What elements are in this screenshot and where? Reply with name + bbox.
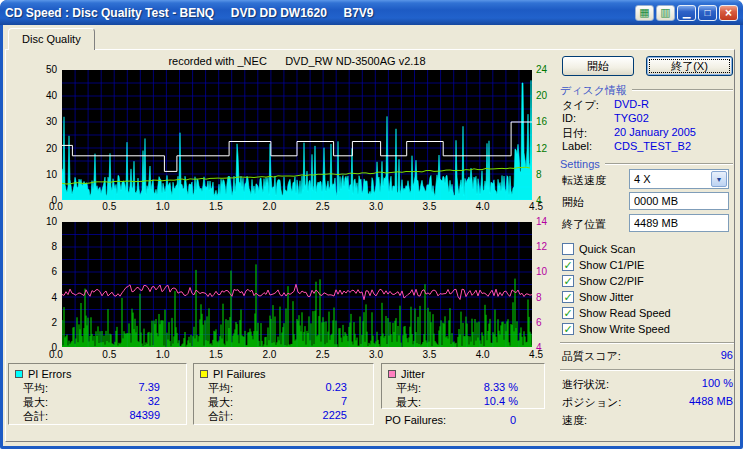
stat-value: 7 — [341, 395, 347, 408]
y-axis-tick: 20 — [536, 90, 560, 101]
tab-disc-quality[interactable]: Disc Quality — [8, 28, 95, 50]
y-axis-tick: 10 — [46, 169, 57, 180]
y-axis-tick: 10 — [536, 266, 560, 277]
maximize-button[interactable]: □ — [698, 5, 717, 21]
x-axis-tick: 2.0 — [262, 201, 276, 212]
x-axis-tick: 0.5 — [102, 349, 116, 360]
summary-panel-pi-failures: PI Failures 平均:0.23 最大:7 合計:2225 — [193, 363, 374, 425]
speed-row: 速度: — [562, 413, 733, 426]
title-bar[interactable]: CD Speed : Disc Quality Test - BENQ DVD … — [0, 0, 743, 25]
x-axis-tick: 3.0 — [369, 349, 383, 360]
disc-info-heading-label: ディスク情報 — [560, 83, 627, 98]
checkbox-show-write-speed[interactable]: ✓Show Write Speed — [562, 322, 670, 336]
x-axis-tick: 3.5 — [422, 201, 436, 212]
stat-label: 平均: — [23, 381, 48, 394]
checkbox-box: ✓ — [562, 323, 574, 335]
window-title: CD Speed : Disc Quality Test - BENQ DVD … — [5, 6, 635, 20]
checkbox-show-read-speed[interactable]: ✓Show Read Speed — [562, 306, 671, 320]
exit-button[interactable]: 終了(X) — [646, 56, 733, 76]
minimize-icon: ▁ — [683, 8, 691, 18]
pi-errors-y-axis-left: 50403020100 — [31, 64, 57, 206]
speed-y-axis-right: 2420161284 — [536, 64, 560, 206]
pi-failures-jitter-plot — [62, 222, 532, 347]
po-failures-row: PO Failures: 0 — [381, 414, 542, 426]
checkbox-box: ✓ — [562, 259, 574, 271]
x-axis-tick: 4.0 — [476, 349, 490, 360]
y-axis-tick: 16 — [536, 116, 560, 127]
disc-type-row: タイプ:DVD-R — [562, 98, 733, 111]
stat-value: 84399 — [129, 409, 160, 422]
checkbox-box: ✓ — [562, 291, 574, 303]
chevron-down-icon[interactable]: ▼ — [711, 171, 727, 187]
disc-info-heading: ディスク情報 — [560, 84, 733, 96]
divider — [632, 89, 733, 91]
pi-errors-chart — [62, 70, 532, 200]
stat-label: 最大: — [23, 395, 48, 408]
y-axis-tick: 6 — [536, 317, 560, 328]
x-axis-tick: 4.0 — [476, 201, 490, 212]
stat-value: 7.39 — [139, 381, 160, 394]
po-failures-label: PO Failures: — [385, 414, 446, 426]
x-axis-tick: 3.5 — [422, 349, 436, 360]
x-axis-tick: 3.0 — [369, 201, 383, 212]
titlebar-tool-button-1[interactable]: ▦ — [635, 5, 654, 21]
x-axis-tick: 0.0 — [49, 349, 63, 360]
end-position-input[interactable] — [629, 214, 729, 232]
pi-errors-plot — [62, 70, 532, 200]
checkbox-box: ✓ — [562, 307, 574, 319]
y-axis-tick: 6 — [51, 266, 57, 277]
stat-label: 合計: — [23, 409, 48, 422]
y-axis-tick: 14 — [536, 216, 560, 227]
green-panel-icon: ▥ — [660, 7, 670, 18]
x-axis-tick: 2.0 — [262, 349, 276, 360]
start-button[interactable]: 開始 — [562, 56, 634, 76]
client-area: Disc Quality recorded with _NEC DVD_RW N… — [3, 25, 740, 446]
y-axis-tick: 24 — [536, 64, 560, 75]
transfer-speed-value: 4 X — [630, 173, 711, 185]
x-axis-tick: 4.5 — [529, 349, 543, 360]
stat-label: 最大: — [396, 395, 421, 408]
y-axis-tick: 10 — [46, 216, 57, 227]
jitter-title: Jitter — [401, 368, 425, 380]
minimize-button[interactable]: ▁ — [677, 5, 696, 21]
start-position-label: 開始 — [562, 195, 628, 208]
quality-score-row: 品質スコア: 96 — [562, 349, 733, 362]
progress-row: 進行状況:100 % — [562, 377, 733, 390]
quality-score-label: 品質スコア: — [562, 349, 621, 362]
jitter-y-axis-right: 141210864 — [536, 216, 560, 353]
checkbox-quick-scan[interactable]: Quick Scan — [562, 242, 635, 256]
summary-panel-jitter: Jitter 平均:8.33 % 最大:10.4 % — [381, 363, 545, 409]
pi-failures-color-swatch — [200, 370, 208, 378]
pi-errors-x-axis: 0.00.51.01.52.02.53.03.54.04.5 — [49, 201, 543, 212]
y-axis-tick: 12 — [536, 143, 560, 154]
pi-failures-title: PI Failures — [213, 368, 266, 380]
checkbox-show-c1-pie[interactable]: ✓Show C1/PIE — [562, 258, 644, 272]
po-failures-value: 0 — [510, 414, 516, 426]
disc-id-row: ID:TYG02 — [562, 112, 733, 125]
disc-date-row: 日付:20 January 2005 — [562, 126, 733, 139]
recorded-note: recorded with _NEC DVD_RW ND-3500AG v2.1… — [62, 55, 532, 67]
x-axis-tick: 1.5 — [209, 349, 223, 360]
disc-label-row: Label:CDS_TEST_B2 — [562, 140, 733, 153]
divider — [560, 369, 734, 371]
position-row: ポジション:4488 MB — [562, 395, 733, 408]
checkbox-box — [562, 243, 574, 255]
pi-errors-color-swatch — [15, 370, 23, 378]
checkbox-show-jitter[interactable]: ✓Show Jitter — [562, 290, 633, 304]
titlebar-tool-button-2[interactable]: ▥ — [656, 5, 675, 21]
stat-label: 平均: — [208, 381, 233, 394]
quality-score-value: 96 — [721, 349, 733, 362]
x-axis-tick: 2.5 — [316, 201, 330, 212]
stat-value: 32 — [148, 395, 160, 408]
checkbox-show-c2-pif[interactable]: ✓Show C2/PIF — [562, 274, 644, 288]
x-axis-tick: 0.5 — [102, 201, 116, 212]
y-axis-tick: 2 — [51, 317, 57, 328]
close-button[interactable]: × — [719, 5, 738, 21]
start-position-input[interactable] — [629, 192, 729, 210]
summary-panel-pi-errors: PI Errors 平均:7.39 最大:32 合計:84399 — [8, 363, 187, 425]
y-axis-tick: 8 — [536, 292, 560, 303]
pi-failures-jitter-chart — [62, 222, 532, 347]
transfer-speed-select[interactable]: 4 X ▼ — [629, 169, 729, 189]
green-grid-icon: ▦ — [639, 7, 649, 18]
pi-failures-y-axis-left: 1086420 — [31, 216, 57, 353]
